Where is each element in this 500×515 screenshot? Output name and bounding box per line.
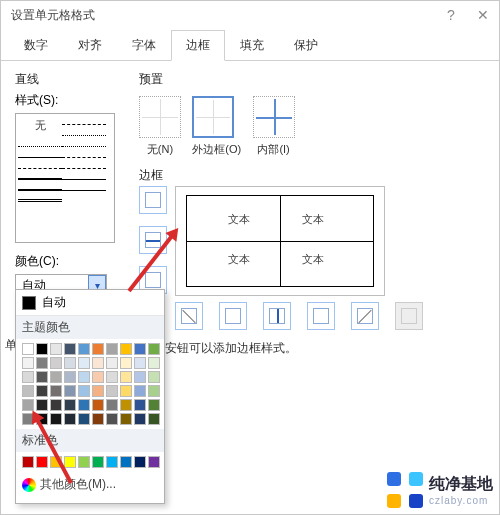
color-swatch[interactable] [64,371,76,383]
tab-protect[interactable]: 保护 [279,30,333,61]
color-swatch[interactable] [64,399,76,411]
color-swatch[interactable] [120,371,132,383]
color-swatch[interactable] [120,456,132,468]
color-swatch[interactable] [134,456,146,468]
color-swatch[interactable] [78,371,90,383]
color-swatch[interactable] [92,357,104,369]
color-swatch[interactable] [148,385,160,397]
color-swatch[interactable] [64,385,76,397]
color-swatch[interactable] [148,371,160,383]
border-left-button[interactable] [219,302,247,330]
color-swatch[interactable] [22,371,34,383]
color-swatch[interactable] [22,385,34,397]
tab-number[interactable]: 数字 [9,30,63,61]
color-swatch[interactable] [22,343,34,355]
color-swatch[interactable] [92,385,104,397]
color-swatch[interactable] [134,343,146,355]
color-swatch[interactable] [50,399,62,411]
color-swatch[interactable] [120,399,132,411]
preset-outer[interactable]: 外边框(O) [192,96,241,157]
color-swatch[interactable] [92,371,104,383]
border-none-small-button[interactable] [395,302,423,330]
line-style-item[interactable] [62,135,106,136]
color-swatch[interactable] [92,343,104,355]
color-swatch[interactable] [36,456,48,468]
color-swatch[interactable] [148,456,160,468]
color-swatch[interactable] [148,343,160,355]
color-swatch[interactable] [106,343,118,355]
color-swatch[interactable] [134,357,146,369]
color-swatch[interactable] [36,357,48,369]
line-style-item[interactable] [18,146,62,147]
tab-align[interactable]: 对齐 [63,30,117,61]
tab-border[interactable]: 边框 [171,30,225,61]
color-swatch[interactable] [50,343,62,355]
border-top-button[interactable] [139,186,167,214]
color-swatch[interactable] [120,413,132,425]
color-swatch[interactable] [22,456,34,468]
color-swatch[interactable] [148,413,160,425]
color-swatch[interactable] [106,456,118,468]
color-swatch[interactable] [92,399,104,411]
tab-fill[interactable]: 填充 [225,30,279,61]
color-swatch[interactable] [92,456,104,468]
line-style-item[interactable] [18,199,62,202]
border-mid-v-button[interactable] [263,302,291,330]
color-swatch[interactable] [106,399,118,411]
color-swatch[interactable] [36,343,48,355]
border-diag-up-button[interactable] [175,302,203,330]
color-swatch[interactable] [50,413,62,425]
color-swatch[interactable] [148,399,160,411]
color-swatch[interactable] [92,413,104,425]
line-style-none[interactable]: 无 [18,118,62,132]
line-style-list[interactable]: 无 [15,113,115,243]
color-swatch[interactable] [22,357,34,369]
preset-inner[interactable]: 内部(I) [253,96,295,157]
color-auto-row[interactable]: 自动 [16,290,164,316]
color-swatch[interactable] [134,371,146,383]
color-swatch[interactable] [78,456,90,468]
color-swatch[interactable] [78,343,90,355]
border-diag-down-button[interactable] [351,302,379,330]
color-swatch[interactable] [134,399,146,411]
line-style-item[interactable] [62,157,106,158]
color-swatch[interactable] [22,399,34,411]
color-swatch[interactable] [106,357,118,369]
color-swatch[interactable] [134,413,146,425]
color-swatch[interactable] [78,413,90,425]
color-swatch[interactable] [106,385,118,397]
color-swatch[interactable] [50,371,62,383]
close-button[interactable]: ✕ [471,1,495,29]
color-swatch[interactable] [64,343,76,355]
color-swatch[interactable] [64,413,76,425]
help-button[interactable]: ? [439,1,463,29]
color-swatch[interactable] [78,385,90,397]
color-swatch[interactable] [148,357,160,369]
preset-none[interactable]: 无(N) [139,96,181,157]
color-swatch[interactable] [50,357,62,369]
line-style-item[interactable] [62,146,106,147]
color-swatch[interactable] [106,413,118,425]
line-style-item[interactable] [62,179,106,180]
color-swatch[interactable] [120,385,132,397]
line-style-item[interactable] [62,190,106,191]
tab-font[interactable]: 字体 [117,30,171,61]
color-swatch[interactable] [120,357,132,369]
line-style-item[interactable] [18,168,62,169]
color-swatch[interactable] [78,399,90,411]
line-style-item[interactable] [18,178,62,180]
line-style-item[interactable] [62,168,106,169]
color-swatch[interactable] [120,343,132,355]
color-swatch[interactable] [78,357,90,369]
color-swatch[interactable] [64,456,76,468]
color-swatch[interactable] [36,371,48,383]
color-swatch[interactable] [64,357,76,369]
color-swatch[interactable] [36,385,48,397]
color-swatch[interactable] [50,385,62,397]
border-right-button[interactable] [307,302,335,330]
color-swatch[interactable] [134,385,146,397]
line-style-item[interactable] [18,189,62,191]
line-style-item[interactable] [62,124,106,125]
line-style-item[interactable] [18,157,62,158]
more-colors-row[interactable]: 其他颜色(M)... [16,472,164,497]
